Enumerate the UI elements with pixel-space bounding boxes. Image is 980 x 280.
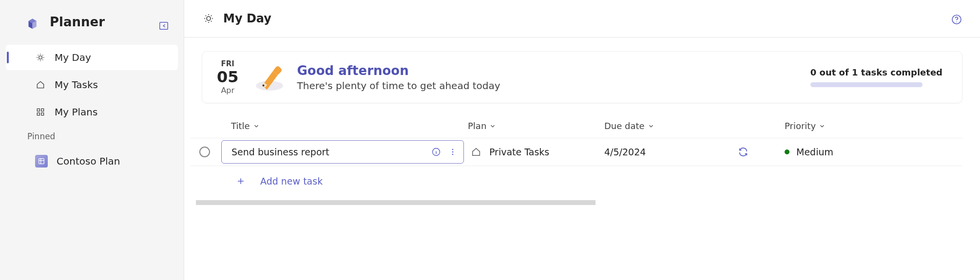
- home-outline-icon: [35, 79, 46, 90]
- task-due-date: 4/5/2024: [604, 147, 702, 157]
- sun-icon: [35, 52, 46, 63]
- column-header-plan[interactable]: Plan: [468, 121, 604, 131]
- sun-icon: [203, 13, 214, 24]
- banner-month: Apr: [217, 86, 239, 95]
- sidebar: Planner My Day: [0, 0, 184, 280]
- chevron-down-icon: [648, 123, 654, 130]
- app-title: Planner: [50, 15, 105, 29]
- column-label: Title: [231, 121, 250, 131]
- task-table: Title Plan Due date: [184, 114, 980, 205]
- column-header-title[interactable]: Title: [219, 121, 468, 131]
- add-new-task-button[interactable]: Add new task: [219, 176, 468, 187]
- banner-day-number: 05: [217, 69, 239, 85]
- svg-rect-5: [41, 113, 44, 115]
- table-header: Title Plan Due date: [190, 114, 962, 138]
- greeting-title: Good afternoon: [297, 63, 810, 78]
- svg-rect-6: [39, 159, 44, 164]
- sidebar-item-label: My Plans: [55, 106, 97, 118]
- svg-rect-4: [37, 113, 39, 115]
- add-task-row: Add new task: [190, 166, 962, 196]
- sidebar-item-label: Contoso Plan: [57, 155, 120, 167]
- pencil-illustration-icon: [252, 60, 287, 94]
- page-title: My Day: [223, 12, 271, 25]
- progress-text: 0 out of 1 tasks completed: [810, 67, 942, 77]
- priority-dot-icon: [785, 149, 789, 154]
- horizontal-scrollbar[interactable]: [196, 200, 596, 205]
- task-plan-cell: Private Tasks: [468, 147, 604, 157]
- sidebar-item-my-tasks[interactable]: My Tasks: [6, 72, 178, 97]
- plus-icon: [236, 176, 246, 186]
- grid-icon: [35, 107, 46, 117]
- svg-rect-3: [41, 109, 44, 111]
- column-label: Priority: [785, 121, 816, 131]
- column-label: Plan: [468, 121, 486, 131]
- sidebar-item-label: My Day: [55, 52, 91, 63]
- task-title-cell[interactable]: Send business report: [221, 140, 464, 164]
- column-header-priority[interactable]: Priority: [785, 121, 962, 131]
- pinned-section-label: Pinned: [0, 127, 184, 146]
- sidebar-item-contoso-plan[interactable]: Contoso Plan: [6, 148, 178, 174]
- column-header-due-date[interactable]: Due date: [604, 121, 702, 131]
- info-icon[interactable]: [431, 147, 441, 157]
- greeting-banner: FRI 05 Apr Good afternoon There's plenty…: [202, 51, 962, 103]
- svg-point-14: [452, 154, 454, 155]
- sidebar-item-my-day[interactable]: My Day: [6, 45, 178, 70]
- sidebar-item-label: My Tasks: [55, 79, 98, 91]
- add-task-label: Add new task: [260, 176, 323, 187]
- svg-point-7: [207, 17, 211, 20]
- table-row[interactable]: Send business report: [190, 138, 962, 166]
- svg-point-1: [39, 56, 42, 59]
- svg-point-12: [452, 149, 454, 150]
- greeting-subtitle: There's plenty of time to get ahead toda…: [297, 80, 810, 92]
- collapse-sidebar-button[interactable]: [158, 20, 169, 31]
- sidebar-item-my-plans[interactable]: My Plans: [6, 99, 178, 125]
- column-label: Due date: [604, 121, 645, 131]
- plan-tile-icon: [35, 155, 48, 168]
- svg-point-9: [956, 21, 957, 22]
- help-button[interactable]: [951, 14, 962, 25]
- sidebar-header: Planner: [0, 6, 184, 43]
- chevron-down-icon: [489, 123, 496, 130]
- task-complete-checkbox[interactable]: [199, 147, 210, 157]
- recurring-icon: [702, 147, 785, 157]
- home-icon: [471, 147, 481, 157]
- svg-rect-2: [37, 109, 39, 111]
- task-priority-label: Medium: [796, 147, 833, 157]
- chevron-down-icon: [253, 123, 260, 130]
- progress-bar: [810, 82, 922, 87]
- main-content: My Day FRI 05 Apr: [184, 0, 980, 280]
- chevron-down-icon: [819, 123, 826, 130]
- task-plan-name: Private Tasks: [489, 147, 549, 157]
- svg-point-13: [452, 151, 454, 153]
- banner-greeting: Good afternoon There's plenty of time to…: [297, 63, 810, 92]
- main-header: My Day: [184, 0, 980, 37]
- progress-summary: 0 out of 1 tasks completed: [810, 67, 942, 87]
- more-options-icon[interactable]: [448, 147, 458, 157]
- task-row-actions: [431, 147, 458, 157]
- task-title: Send business report: [231, 147, 431, 157]
- planner-logo-icon: [27, 18, 40, 31]
- banner-day-of-week: FRI: [217, 59, 239, 68]
- banner-date: FRI 05 Apr: [217, 59, 239, 95]
- task-priority-cell: Medium: [785, 147, 962, 157]
